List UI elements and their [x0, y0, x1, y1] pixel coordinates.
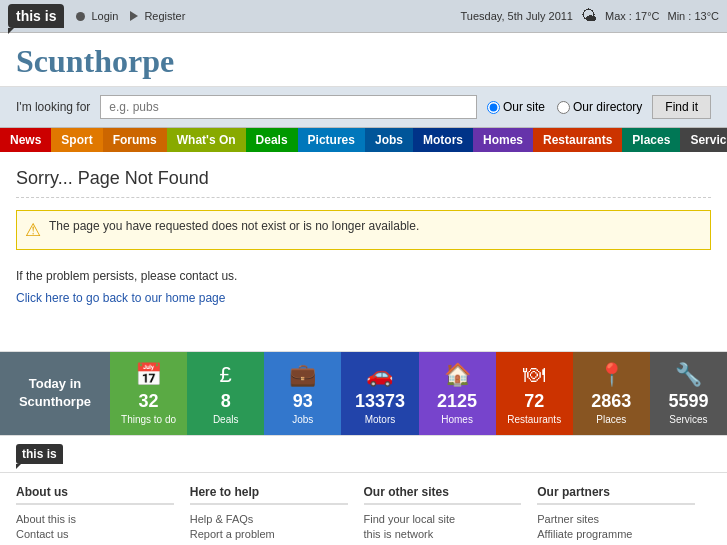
error-warning-box: ⚠ The page you have requested does not e… [16, 210, 711, 250]
tile-icon: 💼 [289, 362, 316, 388]
our-site-option[interactable]: Our site [487, 100, 545, 114]
today-tile-deals[interactable]: £ 8 Deals [187, 352, 264, 435]
login-link[interactable]: Login [76, 10, 118, 22]
home-link[interactable]: Click here to go back to our home page [16, 291, 225, 305]
nav-tab-places[interactable]: Places [622, 128, 680, 152]
tile-label: Restaurants [507, 414, 561, 425]
warning-icon: ⚠ [25, 219, 41, 241]
search-label: I'm looking for [16, 100, 90, 114]
today-section: Today in Scunthorpe 📅 32 Things to do £ … [0, 352, 727, 435]
nav-tab-whats-on[interactable]: What's On [167, 128, 246, 152]
error-warning-text: The page you have requested does not exi… [49, 219, 419, 233]
today-tile-services[interactable]: 🔧 5599 Services [650, 352, 727, 435]
our-site-radio[interactable] [487, 101, 500, 114]
site-title-bar: Scunthorpe [0, 33, 727, 87]
today-tile-homes[interactable]: 🏠 2125 Homes [419, 352, 496, 435]
footer-link[interactable]: Partner sites [537, 513, 599, 525]
main-content: Sorry... Page Not Found ⚠ The page you h… [0, 152, 727, 352]
our-directory-radio[interactable] [557, 101, 570, 114]
error-title: Sorry... Page Not Found [16, 168, 711, 198]
footer-link[interactable]: About this is [16, 513, 76, 525]
tile-number: 93 [293, 392, 313, 412]
footer-col-heading: Our partners [537, 485, 695, 505]
footer-col-our-partners: Our partnersPartner sitesAffiliate progr… [537, 485, 711, 545]
tile-icon: 📅 [135, 362, 162, 388]
nav-tab-homes[interactable]: Homes [473, 128, 533, 152]
header-right: Tuesday, 5th July 2011 🌤 Max : 17°C Min … [460, 7, 719, 25]
tile-icon: 🔧 [675, 362, 702, 388]
weather-icon: 🌤 [581, 7, 597, 25]
weather-max: Max : 17°C [605, 10, 660, 22]
nav-tab-sport[interactable]: Sport [51, 128, 102, 152]
today-tiles: 📅 32 Things to do £ 8 Deals 💼 93 Jobs 🚗 … [110, 352, 727, 435]
footer-link[interactable]: this is network [364, 528, 434, 540]
tile-label: Things to do [121, 414, 176, 425]
today-label: Today in Scunthorpe [0, 352, 110, 435]
nav-tab-motors[interactable]: Motors [413, 128, 473, 152]
nav-tab-jobs[interactable]: Jobs [365, 128, 413, 152]
footer-col-heading: Here to help [190, 485, 348, 505]
tile-icon: 🚗 [366, 362, 393, 388]
login-icon [76, 12, 85, 21]
footer-col-here-to-help: Here to helpHelp & FAQsReport a problemS… [190, 485, 364, 545]
date-text: Tuesday, 5th July 2011 [460, 10, 573, 22]
tile-number: 5599 [668, 392, 708, 412]
header: this is Login Register Tuesday, 5th July… [0, 0, 727, 33]
footer-col-our-other-sites: Our other sitesFind your local sitethis … [364, 485, 538, 545]
footer-link[interactable]: Affiliate programme [537, 528, 632, 540]
nav-tab-deals[interactable]: Deals [246, 128, 298, 152]
site-title: Scunthorpe [16, 43, 711, 80]
tile-label: Motors [365, 414, 396, 425]
tile-label: Services [669, 414, 707, 425]
tile-number: 8 [221, 392, 231, 412]
tile-number: 13373 [355, 392, 405, 412]
footer-link[interactable]: Help & FAQs [190, 513, 254, 525]
search-bar: I'm looking for Our site Our directory F… [0, 87, 727, 128]
persist-text: If the problem persists, please contact … [16, 266, 711, 288]
footer-link[interactable]: Find your local site [364, 513, 456, 525]
footer-links: About usAbout this isContact usAdvertise… [0, 473, 727, 545]
tile-number: 72 [524, 392, 544, 412]
our-directory-option[interactable]: Our directory [557, 100, 642, 114]
tile-icon: 🏠 [444, 362, 471, 388]
today-tile-motors[interactable]: 🚗 13373 Motors [341, 352, 418, 435]
today-tile-restaurants[interactable]: 🍽 72 Restaurants [496, 352, 573, 435]
register-link[interactable]: Register [130, 10, 185, 22]
play-icon [130, 11, 138, 21]
search-input[interactable] [100, 95, 477, 119]
footer-col-heading: About us [16, 485, 174, 505]
footer-col-about-us: About usAbout this isContact usAdvertise… [16, 485, 190, 545]
footer-logo-bar: this is [0, 435, 727, 473]
today-tile-jobs[interactable]: 💼 93 Jobs [264, 352, 341, 435]
nav-tab-forums[interactable]: Forums [103, 128, 167, 152]
footer-link[interactable]: Report a problem [190, 528, 275, 540]
today-tile-things-to-do[interactable]: 📅 32 Things to do [110, 352, 187, 435]
search-options: Our site Our directory [487, 100, 642, 114]
nav-tab-news[interactable]: News [0, 128, 51, 152]
header-logo[interactable]: this is [8, 4, 64, 28]
tile-number: 2125 [437, 392, 477, 412]
find-button[interactable]: Find it [652, 95, 711, 119]
footer-logo[interactable]: this is [16, 444, 63, 464]
tile-label: Deals [213, 414, 239, 425]
nav-tab-pictures[interactable]: Pictures [298, 128, 365, 152]
tile-label: Places [596, 414, 626, 425]
today-tile-places[interactable]: 📍 2863 Places [573, 352, 650, 435]
tile-icon: 📍 [598, 362, 625, 388]
error-links: If the problem persists, please contact … [16, 266, 711, 309]
weather-min: Min : 13°C [668, 10, 719, 22]
header-nav: Login Register [76, 10, 185, 22]
tile-label: Homes [441, 414, 473, 425]
footer-col-heading: Our other sites [364, 485, 522, 505]
nav-tab-services[interactable]: Services [680, 128, 727, 152]
tile-icon: £ [220, 362, 232, 388]
tile-number: 32 [139, 392, 159, 412]
tile-icon: 🍽 [523, 362, 545, 388]
nav-tab-restaurants[interactable]: Restaurants [533, 128, 622, 152]
tile-label: Jobs [292, 414, 313, 425]
nav-tabs: NewsSportForumsWhat's OnDealsPicturesJob… [0, 128, 727, 152]
footer-link[interactable]: Contact us [16, 528, 69, 540]
tile-number: 2863 [591, 392, 631, 412]
